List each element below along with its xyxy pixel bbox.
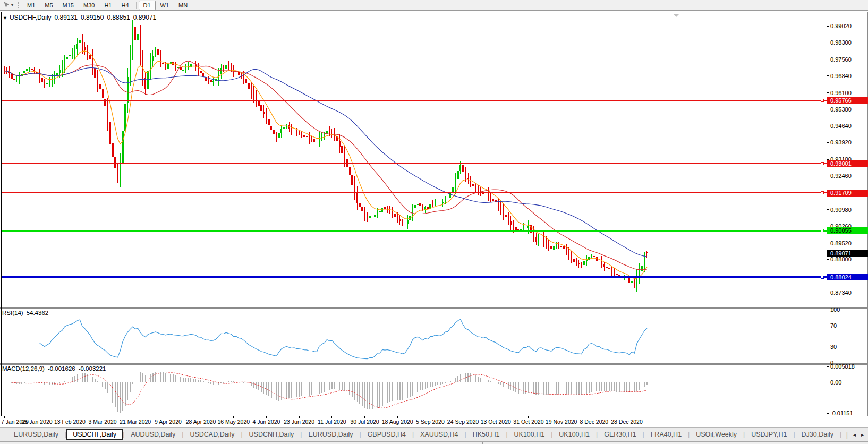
timeframe-buttons: M1M5M15M30H1H4D1W1MN bbox=[22, 1, 192, 10]
tab-eurusd-daily[interactable]: EURUSD,Daily bbox=[7, 429, 65, 440]
svg-text:0.005818: 0.005818 bbox=[830, 363, 855, 370]
svg-text:18 Aug 2020: 18 Aug 2020 bbox=[382, 419, 413, 425]
svg-text:30: 30 bbox=[830, 344, 837, 350]
svg-text:30 Jul 2020: 30 Jul 2020 bbox=[350, 419, 379, 425]
chart-symbol-info: ▼USDCHF,Daily0.891310.891500.888510.8907… bbox=[3, 14, 159, 21]
tab-usdjpy-h1[interactable]: USDJPY,H1 bbox=[745, 429, 793, 440]
timeframe-button-h1[interactable]: H1 bbox=[99, 1, 116, 10]
svg-text:28 Dec 2020: 28 Dec 2020 bbox=[611, 419, 643, 425]
tab-uk100-h1[interactable]: UK100,H1 bbox=[508, 429, 551, 440]
toolbar-separator bbox=[136, 2, 137, 9]
macd-indicator-label: MACD(12,26,9)-0.001626-0.003221 bbox=[2, 365, 109, 372]
svg-text:24 Sep 2020: 24 Sep 2020 bbox=[447, 419, 479, 425]
svg-text:21 Mar 2020: 21 Mar 2020 bbox=[120, 419, 151, 425]
svg-text:3 Mar 2020: 3 Mar 2020 bbox=[88, 419, 116, 425]
timeframe-button-m1[interactable]: M1 bbox=[22, 1, 40, 10]
macd-signal-value: -0.003221 bbox=[79, 365, 106, 372]
rsi-indicator-label: RSI(14)54.4362 bbox=[2, 310, 52, 316]
ohlc-low: 0.88851 bbox=[107, 14, 130, 21]
svg-text:70: 70 bbox=[830, 322, 837, 329]
svg-text:-0.01151: -0.01151 bbox=[830, 410, 853, 416]
tab-dj30-daily[interactable]: DJ30,Daily bbox=[795, 429, 840, 440]
svg-text:0.90055: 0.90055 bbox=[830, 227, 852, 234]
price-chart[interactable]: 0.990200.983000.975600.968400.961000.953… bbox=[0, 12, 868, 426]
svg-text:0.96840: 0.96840 bbox=[830, 73, 852, 79]
svg-text:19 Nov 2020: 19 Nov 2020 bbox=[546, 419, 577, 425]
svg-text:28 Apr 2020: 28 Apr 2020 bbox=[186, 419, 216, 425]
tab-usoil-weekly[interactable]: USOil,Weekly bbox=[690, 429, 743, 440]
tab-uk100-h1[interactable]: UK100,H1 bbox=[552, 429, 596, 440]
tab-eurusd-daily[interactable]: EURUSD,Daily bbox=[302, 429, 359, 440]
tab-separator: | bbox=[846, 431, 848, 439]
svg-text:0.89520: 0.89520 bbox=[830, 240, 852, 246]
tab-gbpusd-h4[interactable]: GBPUSD,H4 bbox=[361, 429, 412, 440]
macd-main-value: -0.001626 bbox=[48, 365, 75, 372]
chart-symbol-period: USDCHF,Daily bbox=[10, 14, 52, 21]
svg-text:0.94640: 0.94640 bbox=[830, 123, 852, 129]
svg-text:0.88800: 0.88800 bbox=[830, 256, 852, 262]
svg-text:0.97560: 0.97560 bbox=[830, 56, 852, 63]
tab-scroll-left-icon[interactable]: ◂ bbox=[853, 432, 856, 438]
timeframe-button-m5[interactable]: M5 bbox=[40, 1, 57, 10]
chart-tabs: EURUSD,Daily|USDCHF,Daily|AUDUSD,Daily|U… bbox=[7, 429, 868, 440]
svg-text:31 Oct 2020: 31 Oct 2020 bbox=[513, 419, 543, 425]
svg-text:9 Apr 2020: 9 Apr 2020 bbox=[155, 419, 182, 425]
svg-text:0.00: 0.00 bbox=[830, 379, 841, 386]
svg-text:0.89071: 0.89071 bbox=[830, 250, 852, 257]
window-bottom-edge bbox=[0, 441, 868, 444]
tab-scroll-right-icon[interactable]: ▸ bbox=[861, 432, 864, 438]
chevron-down-icon[interactable]: ▾ bbox=[11, 3, 13, 7]
timeframe-button-mn[interactable]: MN bbox=[174, 1, 192, 10]
svg-text:0.98300: 0.98300 bbox=[830, 39, 852, 46]
tab-usdcad-daily[interactable]: USDCAD,Daily bbox=[183, 429, 241, 440]
svg-text:23 Jun 2020: 23 Jun 2020 bbox=[284, 419, 314, 425]
svg-text:8 Dec 2020: 8 Dec 2020 bbox=[580, 419, 608, 425]
tab-audusd-daily[interactable]: AUDUSD,Daily bbox=[124, 429, 182, 440]
svg-text:25 Jan 2020: 25 Jan 2020 bbox=[22, 419, 53, 425]
svg-text:0.87340: 0.87340 bbox=[830, 289, 852, 296]
svg-text:100: 100 bbox=[830, 306, 840, 313]
ohlc-open: 0.89131 bbox=[55, 14, 78, 21]
svg-text:0.95766: 0.95766 bbox=[830, 97, 852, 104]
terminal-window: ▾ M1M5M15M30H1H4D1W1MN 0.990200.983000.9… bbox=[0, 0, 868, 444]
svg-text:0.92460: 0.92460 bbox=[830, 173, 852, 179]
tab-usdchf-daily[interactable]: USDCHF,Daily bbox=[66, 429, 123, 440]
rsi-name: RSI(14) bbox=[2, 310, 23, 316]
macd-name: MACD(12,26,9) bbox=[2, 365, 45, 372]
svg-text:0.95380: 0.95380 bbox=[830, 106, 852, 113]
toolbar-grip[interactable] bbox=[18, 2, 19, 8]
svg-text:0.88024: 0.88024 bbox=[830, 274, 852, 280]
svg-text:0.91709: 0.91709 bbox=[830, 190, 852, 196]
rsi-value: 54.4362 bbox=[27, 310, 49, 316]
timeframe-button-w1[interactable]: W1 bbox=[156, 1, 174, 10]
tab-xauusd-h4[interactable]: XAUUSD,H4 bbox=[414, 429, 465, 440]
tab-ger30-h1[interactable]: GER30,H1 bbox=[598, 429, 642, 440]
timeframe-button-d1[interactable]: D1 bbox=[139, 1, 156, 10]
svg-text:13 Oct 2020: 13 Oct 2020 bbox=[481, 419, 511, 425]
ohlc-high: 0.89150 bbox=[81, 14, 104, 21]
cursor-tool-button[interactable]: ▾ bbox=[2, 1, 15, 10]
svg-text:16 May 2020: 16 May 2020 bbox=[217, 419, 250, 425]
timeframe-button-m15[interactable]: M15 bbox=[58, 1, 79, 10]
timeframe-button-m30[interactable]: M30 bbox=[79, 1, 99, 10]
svg-text:0.99020: 0.99020 bbox=[830, 23, 852, 29]
svg-text:0.93920: 0.93920 bbox=[830, 139, 852, 146]
timeframe-toolbar: ▾ M1M5M15M30H1H4D1W1MN bbox=[0, 0, 868, 11]
timeframe-button-h4[interactable]: H4 bbox=[116, 1, 133, 10]
svg-text:4 Jun 2020: 4 Jun 2020 bbox=[252, 419, 280, 425]
cursor-icon bbox=[3, 2, 10, 8]
svg-text:13 Feb 2020: 13 Feb 2020 bbox=[54, 419, 86, 425]
tab-fra40-h1[interactable]: FRA40,H1 bbox=[644, 429, 688, 440]
svg-text:11 Jul 2020: 11 Jul 2020 bbox=[318, 419, 346, 425]
svg-text:0.93001: 0.93001 bbox=[830, 160, 852, 167]
tab-scroll-arrows: | ◂ ▸ bbox=[841, 428, 868, 441]
tab-hk50-h1[interactable]: HK50,H1 bbox=[466, 429, 506, 440]
svg-text:5 Sep 2020: 5 Sep 2020 bbox=[416, 419, 445, 425]
ohlc-close: 0.89071 bbox=[133, 14, 156, 21]
tab-usdcnh-daily[interactable]: USDCNH,Daily bbox=[243, 429, 301, 440]
svg-text:0.96100: 0.96100 bbox=[830, 90, 852, 96]
chart-tab-bar: EURUSD,Daily|USDCHF,Daily|AUDUSD,Daily|U… bbox=[0, 427, 868, 441]
svg-text:0.90980: 0.90980 bbox=[830, 207, 852, 213]
collapse-icon[interactable]: ▼ bbox=[3, 15, 7, 21]
